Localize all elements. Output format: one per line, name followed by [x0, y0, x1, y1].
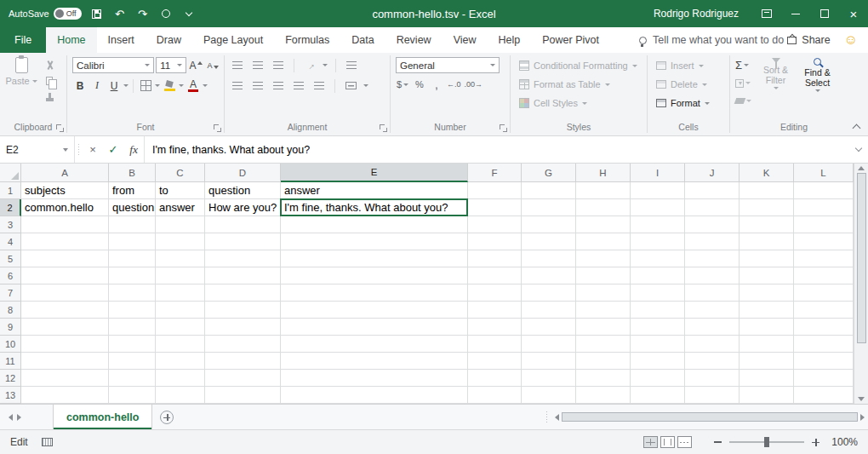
- tab-view[interactable]: View: [443, 27, 488, 53]
- cell-I13[interactable]: [631, 387, 685, 404]
- page-layout-view-button[interactable]: [660, 436, 675, 448]
- cell-L1[interactable]: [794, 182, 854, 199]
- formula-input[interactable]: I'm fine, thanks. What about you?: [144, 136, 849, 163]
- row-header-2[interactable]: 2: [0, 199, 21, 216]
- align-left-button[interactable]: [230, 78, 245, 94]
- maximize-button[interactable]: [810, 0, 839, 27]
- column-header-I[interactable]: I: [631, 164, 685, 182]
- cell-K12[interactable]: [740, 370, 794, 387]
- formula-bar-expand-button[interactable]: [849, 136, 868, 163]
- align-center-button[interactable]: [250, 78, 266, 94]
- copy-button[interactable]: [43, 76, 55, 86]
- cell-B12[interactable]: [109, 370, 156, 387]
- zoom-slider[interactable]: [729, 441, 804, 443]
- percent-style-button[interactable]: %: [413, 79, 426, 89]
- align-right-button[interactable]: [271, 78, 286, 94]
- row-header-13[interactable]: 13: [0, 387, 21, 404]
- fill-button[interactable]: [735, 76, 751, 90]
- cell-E2[interactable]: I'm fine, thanks. What about you?: [281, 199, 468, 216]
- cell-F10[interactable]: [468, 336, 522, 353]
- tab-home[interactable]: Home: [46, 27, 96, 53]
- cell-J7[interactable]: [685, 284, 740, 302]
- zoom-in-icon[interactable]: [812, 439, 819, 446]
- vertical-scrollbar[interactable]: [854, 164, 868, 404]
- cell-C2[interactable]: answer: [156, 199, 205, 216]
- cell-B13[interactable]: [109, 387, 156, 404]
- number-dialog-launcher-icon[interactable]: [500, 124, 507, 132]
- name-box[interactable]: E2: [0, 136, 75, 163]
- column-header-J[interactable]: J: [685, 164, 740, 182]
- cell-F8[interactable]: [468, 302, 522, 319]
- cell-I5[interactable]: [631, 250, 685, 267]
- decrease-decimal-button[interactable]: .00→: [465, 80, 483, 89]
- column-header-G[interactable]: G: [522, 164, 576, 182]
- format-cells-button[interactable]: Format: [653, 95, 726, 112]
- cell-D4[interactable]: [205, 233, 281, 250]
- cell-H6[interactable]: [576, 267, 631, 284]
- zoom-level[interactable]: 100%: [827, 436, 858, 448]
- cell-D12[interactable]: [205, 370, 281, 387]
- tab-power-pivot[interactable]: Power Pivot: [531, 27, 610, 53]
- bottom-align-button[interactable]: [271, 57, 286, 73]
- cell-D8[interactable]: [205, 302, 281, 319]
- font-size-select[interactable]: 11: [156, 57, 186, 73]
- normal-view-button[interactable]: [643, 436, 658, 448]
- collapse-ribbon-icon[interactable]: [853, 123, 859, 129]
- cell-E8[interactable]: [281, 302, 468, 319]
- row-header-9[interactable]: 9: [0, 319, 21, 336]
- cell-I6[interactable]: [631, 267, 685, 284]
- cell-I12[interactable]: [631, 370, 685, 387]
- cell-G8[interactable]: [522, 302, 576, 319]
- cell-I7[interactable]: [631, 284, 685, 302]
- share-button[interactable]: Share: [787, 27, 830, 53]
- insert-function-button[interactable]: fx: [123, 136, 144, 163]
- cell-J4[interactable]: [685, 233, 740, 250]
- cell-I10[interactable]: [631, 336, 685, 353]
- cell-K3[interactable]: [740, 216, 794, 233]
- top-align-button[interactable]: [230, 57, 245, 73]
- cell-L3[interactable]: [794, 216, 854, 233]
- vertical-scroll-thumb[interactable]: [857, 173, 866, 343]
- tab-formulas[interactable]: Formulas: [274, 27, 340, 53]
- horizontal-scroll-thumb[interactable]: [562, 412, 858, 422]
- cell-I1[interactable]: [631, 182, 685, 199]
- cell-J6[interactable]: [685, 267, 740, 284]
- alignment-dialog-launcher-icon[interactable]: [380, 124, 387, 132]
- cell-D10[interactable]: [205, 336, 281, 353]
- formula-bar-grip[interactable]: [75, 136, 83, 163]
- column-header-E[interactable]: E: [281, 164, 468, 182]
- cell-D2[interactable]: How are you?: [205, 199, 281, 216]
- row-header-4[interactable]: 4: [0, 233, 21, 250]
- autosum-button[interactable]: Σ: [735, 58, 751, 72]
- sheet-nav-right-button[interactable]: [9, 405, 29, 429]
- cell-D13[interactable]: [205, 387, 281, 404]
- middle-align-button[interactable]: [250, 57, 266, 73]
- user-name[interactable]: Rodrigo Rodriguez: [654, 8, 739, 20]
- cell-B8[interactable]: [109, 302, 156, 319]
- cell-G2[interactable]: [522, 199, 576, 216]
- cell-K9[interactable]: [740, 319, 794, 336]
- cell-K1[interactable]: [740, 182, 794, 199]
- row-header-7[interactable]: 7: [0, 284, 21, 302]
- cell-E3[interactable]: [281, 216, 468, 233]
- cell-J11[interactable]: [685, 353, 740, 370]
- cell-E4[interactable]: [281, 233, 468, 250]
- ribbon-display-options-button[interactable]: [752, 0, 781, 27]
- tell-me-box[interactable]: Tell me what you want to do: [639, 27, 784, 53]
- redo-button[interactable]: ↷: [135, 6, 151, 21]
- cell-G10[interactable]: [522, 336, 576, 353]
- column-header-H[interactable]: H: [576, 164, 631, 182]
- cell-G12[interactable]: [522, 370, 576, 387]
- cell-E11[interactable]: [281, 353, 468, 370]
- cell-J2[interactable]: [685, 199, 740, 216]
- cell-L11[interactable]: [794, 353, 854, 370]
- cell-D11[interactable]: [205, 353, 281, 370]
- page-break-view-button[interactable]: [677, 436, 692, 448]
- cell-A13[interactable]: [21, 387, 109, 404]
- cell-D3[interactable]: [205, 216, 281, 233]
- column-header-B[interactable]: B: [109, 164, 156, 182]
- cell-A5[interactable]: [21, 250, 109, 267]
- cell-E5[interactable]: [281, 250, 468, 267]
- cell-B11[interactable]: [109, 353, 156, 370]
- format-as-table-button[interactable]: Format as Table: [516, 76, 643, 93]
